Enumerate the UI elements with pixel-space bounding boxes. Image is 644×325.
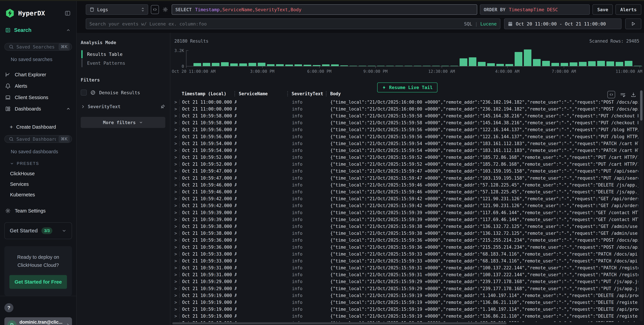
table-row[interactable]: > Oct 21 11:00:00.000 AM info {"time_loc… bbox=[172, 105, 638, 112]
histogram-bar[interactable] bbox=[506, 64, 513, 66]
table-row[interactable]: > Oct 21 10:59:47.000 AM info {"time_loc… bbox=[172, 175, 638, 181]
column-header-severitytext[interactable]: SeverityText bbox=[289, 91, 328, 96]
histogram-bar[interactable] bbox=[606, 61, 614, 66]
histogram-bar[interactable] bbox=[395, 66, 403, 66]
chevron-up-icon[interactable] bbox=[66, 106, 71, 111]
histogram-bar[interactable] bbox=[194, 63, 201, 66]
row-expand-chevron[interactable]: > bbox=[172, 182, 179, 188]
histogram-bar[interactable] bbox=[203, 63, 210, 66]
histogram-bar[interactable] bbox=[441, 66, 449, 66]
histogram-bar[interactable] bbox=[212, 63, 220, 66]
source-select[interactable]: Logs bbox=[86, 4, 148, 15]
histogram-bar[interactable] bbox=[560, 63, 568, 66]
histogram-bar[interactable] bbox=[533, 59, 541, 66]
row-expand-chevron[interactable]: > bbox=[172, 286, 179, 291]
histogram-bar[interactable] bbox=[267, 64, 275, 66]
histogram-bar[interactable] bbox=[616, 62, 623, 66]
saved-searches-search[interactable]: ⌘K bbox=[4, 43, 72, 51]
sidebar-section-search[interactable]: Search bbox=[0, 27, 76, 33]
column-resize-handle[interactable] bbox=[287, 91, 288, 96]
sidebar-item-chart-explorer[interactable]: Chart Explorer bbox=[0, 69, 76, 80]
table-row[interactable]: > Oct 21 10:59:29.000 AM info {"time_loc… bbox=[172, 278, 638, 285]
chevron-up-icon[interactable] bbox=[66, 28, 71, 32]
histogram-bar[interactable] bbox=[450, 66, 458, 66]
histogram-bar[interactable] bbox=[377, 66, 385, 66]
column-header-timestamp[interactable]: Timestamp (Local) bbox=[179, 91, 236, 96]
row-expand-chevron[interactable]: > bbox=[172, 279, 179, 284]
denoise-results-toggle[interactable]: Denoise Results bbox=[81, 89, 165, 96]
row-expand-chevron[interactable]: > bbox=[172, 148, 179, 153]
row-expand-chevron[interactable]: > bbox=[172, 300, 179, 305]
histogram-bar[interactable] bbox=[588, 61, 596, 66]
table-row[interactable]: > Oct 21 10:59:19.000 AM info {"time_loc… bbox=[172, 306, 638, 313]
row-expand-chevron[interactable]: > bbox=[172, 113, 179, 118]
row-expand-chevron[interactable]: > bbox=[172, 210, 179, 215]
histogram-bar[interactable] bbox=[404, 66, 412, 66]
preset-services[interactable]: Services bbox=[10, 181, 76, 187]
histogram-bar[interactable] bbox=[634, 66, 642, 66]
row-expand-chevron[interactable]: > bbox=[172, 162, 179, 167]
table-row[interactable]: > Oct 21 10:59:52.000 AM info {"time_loc… bbox=[172, 154, 638, 161]
row-expand-chevron[interactable]: > bbox=[172, 238, 179, 243]
download-button[interactable] bbox=[630, 92, 636, 97]
table-row[interactable]: > Oct 21 10:59:33.000 AM info {"time_loc… bbox=[172, 257, 638, 264]
table-row[interactable]: > Oct 21 10:59:19.000 AM info {"time_loc… bbox=[172, 313, 638, 320]
histogram-bar[interactable] bbox=[579, 62, 586, 66]
histogram-plot[interactable] bbox=[186, 50, 642, 66]
table-row[interactable]: > Oct 21 10:59:17.000 AM info {"time_loc… bbox=[172, 320, 638, 322]
table-row[interactable]: > Oct 21 11:00:00.000 AM info {"time_loc… bbox=[172, 99, 638, 105]
save-button[interactable]: Save bbox=[592, 4, 613, 15]
histogram-bar[interactable] bbox=[515, 52, 522, 66]
table-row[interactable]: > Oct 21 10:59:56.000 AM info {"time_loc… bbox=[172, 133, 638, 140]
table-row[interactable]: > Oct 21 10:59:39.000 AM info {"time_loc… bbox=[172, 216, 638, 223]
table-row[interactable]: > Oct 21 10:59:47.000 AM info {"time_loc… bbox=[172, 168, 638, 175]
saved-searches-input[interactable] bbox=[16, 44, 56, 49]
histogram-bar[interactable] bbox=[625, 61, 632, 66]
histogram-bar[interactable] bbox=[340, 65, 348, 66]
column-resize-handle[interactable] bbox=[326, 91, 326, 96]
histogram-bar[interactable] bbox=[285, 64, 293, 66]
histogram-bar[interactable] bbox=[542, 61, 550, 66]
row-expand-chevron[interactable]: > bbox=[172, 231, 179, 236]
team-settings-item[interactable]: Team Settings bbox=[0, 208, 76, 214]
row-expand-chevron[interactable]: > bbox=[172, 224, 179, 229]
saved-dashboards-input[interactable] bbox=[16, 136, 56, 142]
table-row[interactable]: > Oct 21 10:59:19.000 AM info {"time_loc… bbox=[172, 292, 638, 299]
more-filters-button[interactable]: More filters bbox=[81, 117, 165, 128]
facet-severitytext[interactable]: SeverityText bbox=[81, 104, 165, 109]
table-row[interactable]: > Oct 21 10:59:52.000 AM info {"time_loc… bbox=[172, 161, 638, 168]
histogram-bar[interactable] bbox=[322, 64, 330, 66]
histogram-bar[interactable] bbox=[524, 49, 532, 66]
alerts-button[interactable]: Alerts bbox=[616, 4, 641, 15]
table-row[interactable]: > Oct 21 10:59:36.000 AM info {"time_loc… bbox=[172, 237, 638, 244]
histogram-bar[interactable] bbox=[478, 62, 486, 66]
row-expand-chevron[interactable]: > bbox=[172, 120, 179, 125]
histogram-bar[interactable] bbox=[276, 64, 284, 66]
row-expand-chevron[interactable]: > bbox=[172, 189, 179, 194]
row-expand-chevron[interactable]: > bbox=[172, 203, 179, 208]
event-search-box[interactable]: SQL | Lucene bbox=[86, 18, 500, 29]
row-expand-chevron[interactable]: > bbox=[172, 141, 179, 146]
histogram-bar[interactable] bbox=[331, 64, 339, 66]
table-row[interactable]: > Oct 21 10:59:42.000 AM info {"time_loc… bbox=[172, 195, 638, 202]
get-started-free-button[interactable]: Get Started for Free bbox=[10, 275, 67, 289]
sidebar-item-client-sessions[interactable]: Client Sessions bbox=[0, 92, 76, 103]
user-menu[interactable]: D dominic.tran@clic... dominic.tran@clic… bbox=[4, 317, 72, 325]
histogram-bar[interactable] bbox=[386, 66, 394, 66]
select-columns-input[interactable]: SELECT Timestamp ,ServiceName,SeverityTe… bbox=[172, 4, 477, 15]
histogram-bar[interactable] bbox=[570, 62, 578, 66]
row-expand-chevron[interactable]: > bbox=[172, 196, 179, 201]
table-row[interactable]: > Oct 21 10:59:31.000 AM info {"time_loc… bbox=[172, 265, 638, 271]
histogram-bar[interactable] bbox=[487, 63, 495, 66]
histogram-bar[interactable] bbox=[423, 66, 430, 66]
vertical-scrollbar[interactable] bbox=[640, 90, 643, 321]
histogram-bar[interactable] bbox=[358, 66, 366, 66]
histogram-bar[interactable] bbox=[496, 64, 504, 66]
row-expand-chevron[interactable]: > bbox=[172, 307, 179, 312]
row-expand-chevron[interactable]: > bbox=[172, 314, 179, 319]
histogram-bar[interactable] bbox=[221, 62, 229, 66]
histogram-bar[interactable] bbox=[432, 66, 440, 66]
table-row[interactable]: > Oct 21 10:59:29.000 AM info {"time_loc… bbox=[172, 285, 638, 292]
row-expand-chevron[interactable]: > bbox=[172, 169, 179, 174]
row-expand-chevron[interactable]: > bbox=[172, 217, 179, 222]
